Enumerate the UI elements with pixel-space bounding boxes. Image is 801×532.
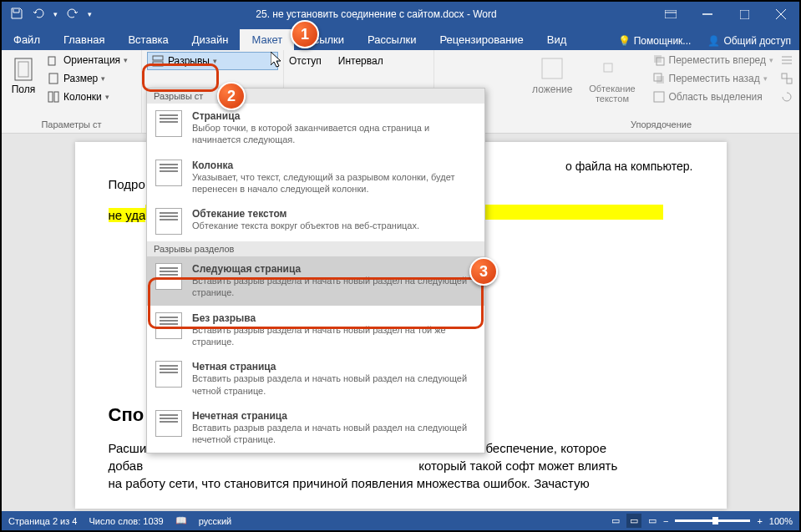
person-icon: 👤 xyxy=(707,35,720,47)
svg-rect-14 xyxy=(542,58,562,79)
dd-item-column[interactable]: КолонкаУказывает, что текст, следующий з… xyxy=(147,153,484,202)
svg-rect-15 xyxy=(604,63,612,72)
dd-section-page-breaks: Разрывы ст xyxy=(147,89,484,104)
svg-rect-25 xyxy=(787,79,792,84)
read-mode-icon[interactable]: ▭ xyxy=(611,515,620,526)
oddpage-break-icon xyxy=(155,410,182,437)
tab-file[interactable]: Файл xyxy=(2,29,52,50)
align-icon[interactable] xyxy=(780,53,793,67)
qat-customize-icon[interactable]: ▾ xyxy=(86,8,94,20)
tab-home[interactable]: Главная xyxy=(52,29,116,50)
continuous-break-icon xyxy=(155,312,182,339)
svg-rect-11 xyxy=(54,92,58,102)
nextpage-break-icon xyxy=(155,263,182,290)
statusbar: Страница 2 из 4 Число слов: 1039 📖 русск… xyxy=(2,511,799,530)
tab-review[interactable]: Рецензирование xyxy=(428,29,535,50)
svg-rect-24 xyxy=(782,73,787,79)
selection-pane-icon xyxy=(652,90,666,104)
svg-rect-20 xyxy=(654,92,664,102)
tab-view[interactable]: Вид xyxy=(535,29,579,50)
undo-icon[interactable] xyxy=(30,5,47,24)
ribbon-tabs: Файл Главная Вставка Дизайн Макет Ссылки… xyxy=(2,27,799,50)
tab-mailings[interactable]: Рассылки xyxy=(356,29,428,50)
breaks-icon xyxy=(151,54,165,68)
page-setup-group-label: Параметры ст xyxy=(7,118,136,131)
zoom-in-icon[interactable]: + xyxy=(757,516,762,526)
selection-pane-button[interactable]: Область выделения xyxy=(649,89,777,105)
indent-label: Отступ xyxy=(289,55,322,67)
svg-rect-9 xyxy=(49,73,58,84)
page-break-icon xyxy=(155,110,182,137)
columns-button[interactable]: Колонки▾ xyxy=(43,89,131,105)
undo-dropdown-icon[interactable]: ▾ xyxy=(52,8,59,20)
wrap-icon xyxy=(599,55,626,82)
web-layout-icon[interactable]: ▭ xyxy=(648,515,657,526)
window-controls xyxy=(652,2,799,27)
dd-item-evenpage[interactable]: Четная страницаВставить разрыв раздела и… xyxy=(147,354,484,403)
zoom-out-icon[interactable]: − xyxy=(663,516,668,526)
zoom-level[interactable]: 100% xyxy=(769,516,793,526)
bring-forward-button[interactable]: Переместить вперед▾ xyxy=(649,52,777,68)
dd-item-oddpage[interactable]: Нечетная страницаВставить разрыв раздела… xyxy=(147,403,484,453)
svg-rect-13 xyxy=(153,62,163,66)
margins-icon xyxy=(10,55,37,82)
bulb-icon: 💡 xyxy=(618,35,631,47)
bring-forward-icon xyxy=(652,53,666,67)
redo-icon[interactable] xyxy=(64,5,81,24)
svg-rect-10 xyxy=(48,92,53,102)
close-button[interactable] xyxy=(763,2,799,27)
breaks-button[interactable]: Разрывы▾ xyxy=(147,52,278,70)
breaks-dropdown: Разрывы ст СтраницаВыбор точки, в которо… xyxy=(146,88,485,453)
columns-icon xyxy=(47,90,60,104)
position-icon xyxy=(539,55,565,82)
evenpage-break-icon xyxy=(155,361,182,388)
send-backward-icon xyxy=(652,72,666,85)
svg-rect-8 xyxy=(48,57,55,65)
minimize-button[interactable] xyxy=(689,2,726,27)
arrange-group-label: Упорядочение xyxy=(529,118,793,131)
share-button[interactable]: 👤Общий доступ xyxy=(699,32,799,50)
svg-rect-7 xyxy=(18,62,28,77)
tell-me[interactable]: 💡Помощник... xyxy=(610,32,700,50)
orientation-icon xyxy=(47,53,60,67)
tab-design[interactable]: Дизайн xyxy=(180,29,241,50)
zoom-slider[interactable] xyxy=(675,519,750,522)
group-icon[interactable] xyxy=(780,72,793,85)
column-break-icon xyxy=(155,160,182,186)
print-layout-icon[interactable]: ▭ xyxy=(626,514,641,528)
dd-item-nextpage[interactable]: Следующая страницаВставить разрыв раздел… xyxy=(147,256,484,306)
size-icon xyxy=(47,72,60,85)
callout-2: 2 xyxy=(217,82,246,110)
titlebar: ▾ ▾ 25. не установить соединение с сайто… xyxy=(2,2,799,27)
orientation-button[interactable]: Ориентация▾ xyxy=(43,52,131,68)
svg-rect-18 xyxy=(657,76,664,84)
sb-language[interactable]: русский xyxy=(199,516,231,526)
svg-rect-0 xyxy=(665,10,677,18)
sb-page[interactable]: Страница 2 из 4 xyxy=(8,516,77,526)
margins-button[interactable]: Поля xyxy=(7,52,40,105)
document-title: 25. не установить соединение с сайтом.do… xyxy=(100,8,652,20)
tab-layout[interactable]: Макет xyxy=(240,29,294,50)
send-backward-button[interactable]: Переместить назад▾ xyxy=(649,70,777,87)
textwrap-break-icon xyxy=(155,208,182,235)
sb-proofing-icon[interactable]: 📖 xyxy=(175,515,187,526)
position-button[interactable]: ложение xyxy=(529,52,575,107)
dd-section-section-breaks: Разрывы разделов xyxy=(147,241,484,256)
sb-word-count[interactable]: Число слов: 1039 xyxy=(89,516,163,526)
dd-item-textwrap[interactable]: Обтекание текстомОбтекание текста вокруг… xyxy=(147,201,484,241)
callout-1: 1 xyxy=(291,20,319,48)
tab-insert[interactable]: Вставка xyxy=(116,29,180,50)
dd-item-page[interactable]: СтраницаВыбор точки, в которой заканчива… xyxy=(147,104,484,153)
wrap-text-button[interactable]: Обтекание текстом xyxy=(579,52,645,107)
ribbon-display-icon[interactable] xyxy=(652,2,689,27)
callout-3: 3 xyxy=(469,257,498,286)
size-button[interactable]: Размер▾ xyxy=(43,70,131,87)
quick-access-toolbar: ▾ ▾ xyxy=(2,5,100,24)
svg-rect-3 xyxy=(740,10,749,19)
maximize-button[interactable] xyxy=(726,2,763,27)
dd-item-continuous[interactable]: Без разрываВставить разрыв раздела и нач… xyxy=(147,306,484,355)
svg-rect-12 xyxy=(153,56,163,60)
save-icon[interactable] xyxy=(8,5,25,24)
spacing-label: Интервал xyxy=(338,55,383,67)
rotate-icon[interactable] xyxy=(780,90,793,104)
